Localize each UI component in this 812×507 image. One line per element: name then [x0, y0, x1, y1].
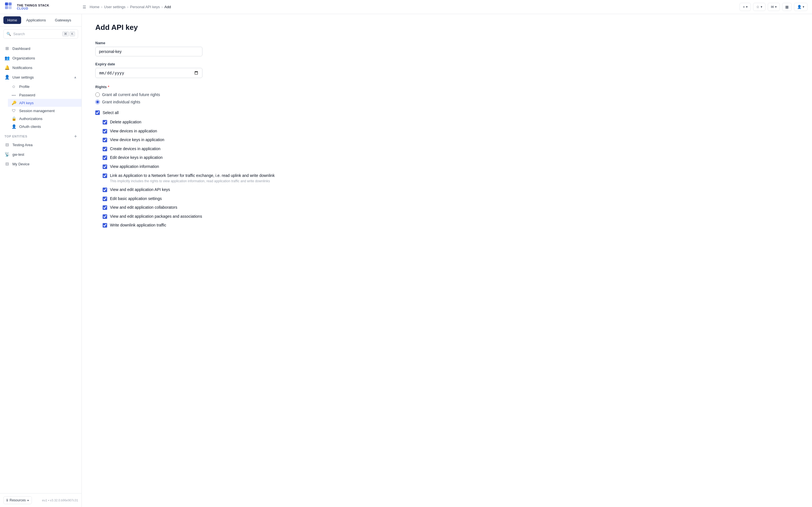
- grid-icon: ▦: [785, 5, 789, 9]
- checkbox-edit-basic-settings[interactable]: [103, 196, 107, 201]
- sidebar-item-notifications[interactable]: 🔔 Notifications: [0, 63, 82, 72]
- breadcrumb-api-keys[interactable]: Personal API keys: [130, 5, 160, 9]
- expiry-label: Expiry date: [95, 62, 799, 66]
- sidebar: Home Applications Gateways 🔍 Search ⌘ K …: [0, 14, 82, 507]
- add-chevron-icon: ▾: [746, 5, 748, 9]
- search-shortcut: ⌘ K: [62, 32, 75, 36]
- rights-label: Rights *: [95, 85, 799, 89]
- gw-test-icon: 📡: [4, 152, 10, 157]
- radio-individual-rights[interactable]: Grant individual rights: [95, 100, 799, 104]
- sidebar-item-oauth-clients[interactable]: 👤 OAuth clients: [8, 122, 82, 130]
- tab-applications[interactable]: Applications: [22, 16, 50, 24]
- expiry-input[interactable]: [95, 68, 202, 78]
- inbox-icon: ✉: [771, 5, 774, 9]
- bookmarks-chevron-icon: ▾: [761, 5, 762, 9]
- sidebar-item-profile[interactable]: ○ Profile: [8, 82, 82, 91]
- user-chevron-icon: ▾: [803, 5, 804, 9]
- breadcrumb-user-settings[interactable]: User settings: [104, 5, 125, 9]
- inbox-button[interactable]: ✉ ▾: [768, 3, 780, 11]
- checkbox-delete-app[interactable]: [103, 120, 107, 124]
- layout: Home Applications Gateways 🔍 Search ⌘ K …: [0, 14, 812, 507]
- checkbox-create-devices[interactable]: [103, 147, 107, 151]
- sidebar-item-dashboard[interactable]: ⊞ Dashboard: [0, 44, 82, 53]
- user-settings-subnav: ○ Profile ••• Password 🔑 API keys 🛡 Sess…: [0, 82, 82, 130]
- search-icon: 🔍: [6, 32, 11, 36]
- sidebar-item-gw-test[interactable]: 📡 gw-test: [0, 150, 82, 159]
- resources-icon: ℹ: [6, 498, 8, 502]
- my-device-icon: ⊟: [4, 161, 10, 166]
- rights-checkbox-item: Delete application: [103, 118, 799, 127]
- dashboard-icon: ⊞: [4, 46, 10, 51]
- sidebar-item-my-device[interactable]: ⊟ My Device: [0, 159, 82, 169]
- testing-area-icon: ⊟: [4, 142, 10, 147]
- top-entities-label: Top entities +: [0, 130, 82, 140]
- main-content: Add API key Name Expiry date Rights * Gr…: [82, 14, 812, 507]
- tab-gateways[interactable]: Gateways: [51, 16, 75, 24]
- tab-home[interactable]: Home: [3, 16, 21, 24]
- name-input[interactable]: [95, 47, 202, 56]
- session-management-icon: 🛡: [11, 108, 16, 113]
- topbar-actions: + ▾ ☆ ▾ ✉ ▾ ▦ 👤 ▾: [740, 3, 808, 11]
- logo-area: THE THINGS STACK CLOUD ☰: [4, 2, 86, 12]
- sidebar-item-password[interactable]: ••• Password: [8, 91, 82, 99]
- svg-rect-3: [8, 6, 11, 9]
- checkbox-view-edit-collaborators[interactable]: [103, 205, 107, 210]
- page-title: Add API key: [95, 23, 799, 32]
- api-keys-icon: 🔑: [11, 101, 16, 105]
- expiry-field-group: Expiry date: [95, 62, 799, 78]
- select-all-checkbox[interactable]: [95, 110, 100, 115]
- inbox-chevron-icon: ▾: [775, 5, 777, 9]
- sidebar-tabs: Home Applications Gateways: [0, 14, 82, 26]
- search-box[interactable]: 🔍 Search ⌘ K: [3, 29, 78, 39]
- svg-rect-0: [5, 2, 8, 5]
- name-label: Name: [95, 41, 799, 45]
- sidebar-item-api-keys[interactable]: 🔑 API keys: [8, 99, 82, 107]
- star-icon: ☆: [756, 5, 760, 9]
- rights-checkbox-item: View devices in application: [103, 127, 799, 136]
- breadcrumb: Home › User settings › Personal API keys…: [90, 5, 736, 9]
- password-icon: •••: [11, 94, 16, 97]
- user-icon: 👤: [797, 5, 802, 9]
- rights-section: Rights * Grant all current and future ri…: [95, 85, 799, 230]
- sidebar-toggle-icon[interactable]: ☰: [83, 5, 86, 9]
- rights-checkboxes: Delete applicationView devices in applic…: [95, 118, 799, 230]
- logo-text: THE THINGS STACK CLOUD: [17, 4, 49, 10]
- radio-all-rights[interactable]: Grant all current and future rights: [95, 93, 799, 97]
- resources-button[interactable]: ℹ Resources ▾: [3, 496, 32, 504]
- checkbox-view-app-info[interactable]: [103, 165, 107, 169]
- oauth-clients-icon: 👤: [11, 124, 16, 129]
- radio-individual-rights-input[interactable]: [95, 100, 100, 104]
- checkbox-edit-device-keys[interactable]: [103, 156, 107, 160]
- checkbox-write-downlink[interactable]: [103, 223, 107, 228]
- name-field-group: Name: [95, 41, 799, 56]
- add-entity-icon[interactable]: +: [74, 134, 77, 139]
- required-star: *: [108, 85, 109, 89]
- breadcrumb-home[interactable]: Home: [90, 5, 100, 9]
- rights-checkbox-item: View device keys in application: [103, 135, 799, 145]
- user-button[interactable]: 👤 ▾: [794, 3, 808, 11]
- user-settings-icon: 👤: [4, 75, 10, 80]
- sidebar-item-testing-area[interactable]: ⊟ Testing Area: [0, 140, 82, 150]
- svg-rect-1: [8, 2, 11, 5]
- sidebar-item-session-management[interactable]: 🛡 Session management: [8, 107, 82, 115]
- checkbox-view-edit-packages[interactable]: [103, 214, 107, 219]
- radio-all-rights-input[interactable]: [95, 93, 100, 97]
- apps-button[interactable]: ▦: [782, 3, 792, 11]
- checkbox-link-app[interactable]: [103, 173, 107, 178]
- sidebar-item-authorizations[interactable]: 🔒 Authorizations: [8, 115, 82, 122]
- sidebar-item-organizations[interactable]: 👥 Organizations: [0, 53, 82, 63]
- profile-icon: ○: [11, 83, 16, 90]
- add-button[interactable]: + ▾: [740, 3, 751, 11]
- sidebar-item-user-settings[interactable]: 👤 User settings ▲: [0, 72, 82, 82]
- topbar: THE THINGS STACK CLOUD ☰ Home › User set…: [0, 0, 812, 14]
- rights-radio-group: Grant all current and future rights Gran…: [95, 93, 799, 104]
- checkbox-view-device-keys[interactable]: [103, 138, 107, 142]
- rights-checkbox-item: View and edit application packages and a…: [103, 212, 799, 221]
- bookmarks-button[interactable]: ☆ ▾: [753, 3, 765, 11]
- checkbox-view-edit-api-keys[interactable]: [103, 187, 107, 192]
- checkbox-view-devices[interactable]: [103, 129, 107, 133]
- svg-rect-2: [5, 6, 8, 9]
- rights-checkbox-item: View and edit application collaborators: [103, 203, 799, 212]
- breadcrumb-current: Add: [164, 5, 171, 9]
- search-label: Search: [13, 32, 60, 36]
